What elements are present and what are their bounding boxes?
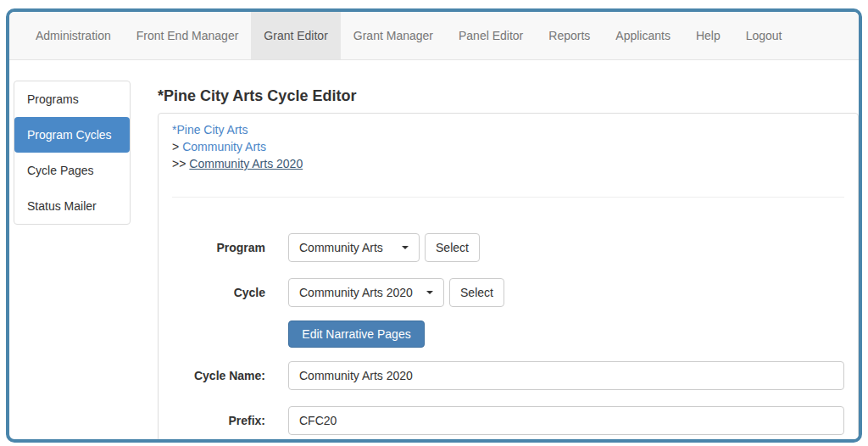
edit-narrative-row: Edit Narrative Pages <box>172 321 844 348</box>
cycle-label: Cycle <box>172 286 265 299</box>
cycle-name-input[interactable] <box>288 361 844 390</box>
cycle-editor-card: *Pine City Arts >Community Arts >>Commun… <box>158 113 859 443</box>
breadcrumb-row: >Community Arts <box>172 138 844 155</box>
cycle-dropdown[interactable]: Community Arts 2020 <box>288 278 444 307</box>
breadcrumb-separator: > <box>172 140 179 153</box>
nav-item-help[interactable]: Help <box>683 12 733 59</box>
cycle-select-button[interactable]: Select <box>449 278 504 307</box>
prefix-row: Prefix: <box>172 406 844 435</box>
breadcrumb-link-community-arts-2020[interactable]: Community Arts 2020 <box>189 157 303 170</box>
app-window: Administration Front End Manager Grant E… <box>6 8 862 443</box>
program-dropdown-value: Community Arts <box>299 241 383 254</box>
sidebar-item-programs[interactable]: Programs <box>14 81 130 117</box>
top-navbar: Administration Front End Manager Grant E… <box>9 12 859 60</box>
breadcrumb-row: >>Community Arts 2020 <box>172 155 844 172</box>
program-row: Program Community Arts Select <box>172 233 844 262</box>
program-select-button[interactable]: Select <box>425 233 480 262</box>
nav-item-applicants[interactable]: Applicants <box>603 12 683 59</box>
page-title: *Pine City Arts Cycle Editor <box>158 86 859 106</box>
breadcrumb-link-pine-city-arts[interactable]: *Pine City Arts <box>172 123 248 137</box>
nav-item-administration[interactable]: Administration <box>23 12 124 59</box>
breadcrumb-row: *Pine City Arts <box>172 121 844 138</box>
divider <box>172 197 844 198</box>
chevron-down-icon <box>426 291 433 294</box>
cycle-form: Program Community Arts Select Cycle Comm… <box>172 233 844 435</box>
sidebar-item-cycle-pages[interactable]: Cycle Pages <box>14 153 130 188</box>
prefix-input[interactable] <box>288 406 844 435</box>
cycle-name-label: Cycle Name: <box>172 369 265 382</box>
edit-narrative-pages-button[interactable]: Edit Narrative Pages <box>288 321 425 348</box>
cycle-dropdown-value: Community Arts 2020 <box>299 286 413 299</box>
breadcrumb: *Pine City Arts >Community Arts >>Commun… <box>172 121 844 172</box>
prefix-label: Prefix: <box>172 414 265 427</box>
sidebar-item-program-cycles[interactable]: Program Cycles <box>14 117 130 153</box>
nav-item-logout[interactable]: Logout <box>733 12 795 59</box>
breadcrumb-separator: >> <box>172 157 186 170</box>
cycle-row: Cycle Community Arts 2020 Select <box>172 278 844 307</box>
nav-item-panel-editor[interactable]: Panel Editor <box>446 12 536 59</box>
nav-item-grant-manager[interactable]: Grant Manager <box>341 12 446 59</box>
nav-item-grant-editor[interactable]: Grant Editor <box>251 12 340 59</box>
main-content: *Pine City Arts Cycle Editor *Pine City … <box>158 81 859 443</box>
sidebar-nav: Programs Program Cycles Cycle Pages Stat… <box>14 81 131 225</box>
sidebar-item-status-mailer[interactable]: Status Mailer <box>14 188 130 224</box>
breadcrumb-link-community-arts[interactable]: Community Arts <box>182 140 266 153</box>
cycle-name-row: Cycle Name: <box>172 361 844 390</box>
program-dropdown[interactable]: Community Arts <box>288 233 420 262</box>
chevron-down-icon <box>402 246 409 249</box>
program-label: Program <box>172 241 265 254</box>
nav-item-reports[interactable]: Reports <box>536 12 603 59</box>
nav-item-front-end-manager[interactable]: Front End Manager <box>124 12 252 59</box>
